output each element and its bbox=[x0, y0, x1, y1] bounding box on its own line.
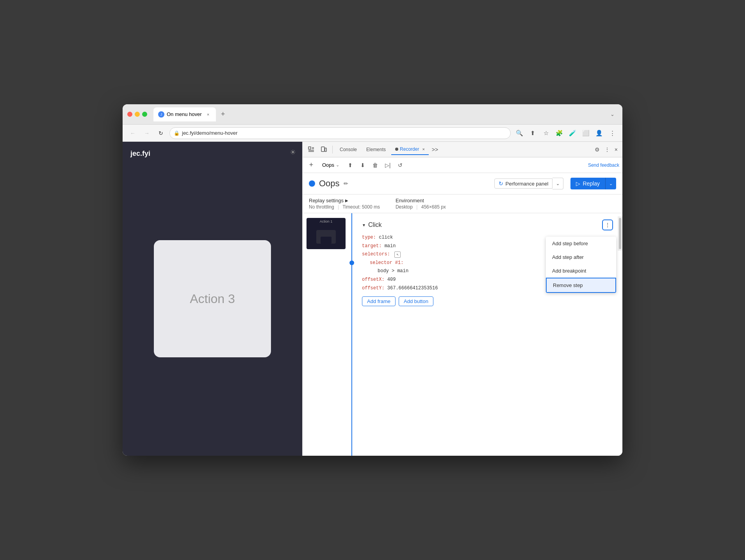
browser-window: J On menu hover × + ⌄ ← → ↻ 🔒 jec.fyi/de… bbox=[123, 104, 622, 456]
add-breakpoint-label: Add breakpoint bbox=[552, 268, 586, 274]
recording-status-dot bbox=[309, 180, 315, 187]
thumbnail-shape bbox=[316, 230, 336, 244]
menu-icon[interactable]: ⋮ bbox=[607, 128, 618, 139]
desktop-value: Desktop bbox=[396, 204, 413, 210]
browser-tab[interactable]: J On menu hover × bbox=[153, 107, 216, 121]
tab-recorder[interactable]: Recorder × bbox=[391, 144, 429, 155]
tab-close-button[interactable]: × bbox=[205, 111, 211, 118]
close-window-button[interactable] bbox=[127, 112, 132, 117]
export-recording-button[interactable]: ⬆ bbox=[345, 160, 356, 171]
timeline-dot bbox=[349, 260, 354, 265]
add-recording-button[interactable]: + bbox=[306, 160, 317, 171]
no-throttling-value: No throttling bbox=[309, 204, 334, 210]
split-view-icon[interactable]: ⬜ bbox=[580, 128, 591, 139]
replay-settings-values: No throttling | Timeout: 5000 ms bbox=[309, 204, 380, 210]
send-feedback-link[interactable]: Send feedback bbox=[588, 162, 619, 168]
performance-panel-button[interactable]: ↻ Performance panel bbox=[494, 178, 553, 189]
recorder-action-buttons: ⬆ ⬇ 🗑 ▷| ↺ bbox=[345, 160, 406, 171]
step-header: ▼ Click ⋮ bbox=[362, 219, 613, 230]
recorder-dot bbox=[395, 148, 398, 151]
context-menu-item-add-step-after[interactable]: Add step after bbox=[546, 250, 616, 264]
elements-tab-label: Elements bbox=[366, 147, 386, 152]
timeout-value: Timeout: 5000 ms bbox=[342, 204, 380, 210]
resolution-value: 456×685 px bbox=[421, 204, 446, 210]
add-step-before-label: Add step before bbox=[552, 241, 588, 246]
back-button[interactable]: ← bbox=[127, 128, 138, 139]
tab-title: On menu hover bbox=[167, 111, 202, 117]
step-thumbnail: Action 1 bbox=[307, 218, 346, 249]
step-options-button[interactable]: ⋮ bbox=[602, 219, 613, 230]
scrollbar-track[interactable] bbox=[618, 216, 622, 251]
new-tab-button[interactable]: + bbox=[217, 109, 228, 120]
nav-bar: ← → ↻ 🔒 jec.fyi/demo/menu-hover 🔍 ⬆ ☆ 🧩 … bbox=[123, 125, 622, 142]
prop-selector1-key: selector #1: bbox=[370, 260, 403, 266]
replay-dropdown-button[interactable]: ⌄ bbox=[605, 178, 616, 189]
action-card-text: Action 3 bbox=[190, 292, 235, 306]
forward-button[interactable]: → bbox=[141, 128, 152, 139]
environment-label: Environment bbox=[396, 198, 446, 203]
maximize-window-button[interactable] bbox=[142, 112, 147, 117]
experiment-icon[interactable]: 🧪 bbox=[567, 128, 578, 139]
device-toggle-icon[interactable] bbox=[318, 144, 329, 155]
recording-name: Oops bbox=[322, 162, 334, 168]
replay-settings-group: Replay settings ▶ No throttling | Timeou… bbox=[309, 198, 380, 210]
context-menu: Add step before Add step after Add break… bbox=[546, 237, 616, 293]
perf-panel-group: ↻ Performance panel ⌄ bbox=[494, 178, 564, 189]
environment-text: Environment bbox=[396, 198, 424, 203]
minimize-window-button[interactable] bbox=[135, 112, 140, 117]
play-step-button[interactable]: ▷| bbox=[382, 160, 393, 171]
more-tabs-button[interactable]: >> bbox=[430, 145, 440, 154]
tab-favicon: J bbox=[158, 111, 164, 118]
delete-recording-button[interactable]: 🗑 bbox=[370, 160, 381, 171]
settings-separator: | bbox=[338, 204, 339, 210]
traffic-lights bbox=[127, 112, 147, 117]
prop-type-value: click bbox=[379, 235, 393, 240]
context-menu-item-add-step-before[interactable]: Add step before bbox=[546, 237, 616, 250]
context-menu-item-add-breakpoint[interactable]: Add breakpoint bbox=[546, 264, 616, 278]
address-bar[interactable]: 🔒 jec.fyi/demo/menu-hover bbox=[169, 127, 511, 139]
replay-button[interactable]: ▷ Replay bbox=[570, 178, 605, 189]
step-expand-arrow[interactable]: ▼ bbox=[362, 223, 366, 227]
devtools-settings-icon[interactable]: ⚙ bbox=[593, 145, 601, 154]
loop-button[interactable]: ↺ bbox=[395, 160, 406, 171]
replay-group: ▷ Replay ⌄ bbox=[570, 178, 616, 189]
environment-settings-group: Environment Desktop | 456×685 px bbox=[396, 198, 446, 210]
svg-rect-6 bbox=[325, 148, 326, 152]
recording-selector[interactable]: Oops ⌄ bbox=[319, 161, 342, 169]
replay-settings-label[interactable]: Replay settings ▶ bbox=[309, 198, 380, 203]
prop-type-key: type: bbox=[362, 235, 376, 240]
devtools-more-icon[interactable]: ⋮ bbox=[603, 145, 611, 154]
step-actions: Add frame Add button bbox=[362, 296, 613, 306]
recorder-tab-close[interactable]: × bbox=[422, 147, 424, 152]
address-url: jec.fyi/demo/menu-hover bbox=[182, 130, 237, 136]
tab-console[interactable]: Console bbox=[336, 144, 361, 155]
thumbnail-inner bbox=[321, 237, 332, 244]
refresh-button[interactable]: ↻ bbox=[155, 128, 166, 139]
add-frame-button[interactable]: Add frame bbox=[362, 296, 396, 306]
perf-panel-dropdown-button[interactable]: ⌄ bbox=[553, 178, 563, 189]
scrollbar-thumb[interactable] bbox=[619, 218, 621, 249]
extension-icon[interactable]: 🧩 bbox=[554, 128, 565, 139]
recording-title: Oops bbox=[319, 178, 340, 189]
tab-elements[interactable]: Elements bbox=[362, 144, 390, 155]
import-recording-button[interactable]: ⬇ bbox=[357, 160, 368, 171]
website-logo: jec.fyi bbox=[130, 150, 150, 158]
add-button-button[interactable]: Add button bbox=[399, 296, 433, 306]
inspector-icon[interactable] bbox=[306, 144, 317, 155]
env-separator: | bbox=[416, 204, 417, 210]
context-menu-item-remove-step[interactable]: Remove step bbox=[546, 278, 616, 293]
account-icon[interactable]: 👤 bbox=[594, 128, 604, 139]
prop-selector1-value-text: body > main bbox=[378, 268, 408, 274]
edit-recording-name-icon[interactable]: ✏ bbox=[344, 180, 348, 187]
prop-offsetx-value: 409 bbox=[387, 277, 396, 282]
tab-more-button[interactable]: ⌄ bbox=[607, 110, 618, 119]
devtools-toolbar: Console Elements Recorder × >> ⚙ ⋮ × bbox=[303, 142, 622, 157]
perf-panel-icon: ↻ bbox=[499, 180, 503, 187]
devtools-close-button[interactable]: × bbox=[613, 145, 619, 154]
tab-bar: J On menu hover × + ⌄ bbox=[153, 107, 618, 121]
search-icon[interactable]: 🔍 bbox=[514, 128, 525, 139]
replay-settings-text: Replay settings bbox=[309, 198, 344, 203]
bookmark-icon[interactable]: ☆ bbox=[540, 128, 551, 139]
add-step-after-label: Add step after bbox=[552, 254, 584, 260]
share-icon[interactable]: ⬆ bbox=[527, 128, 538, 139]
